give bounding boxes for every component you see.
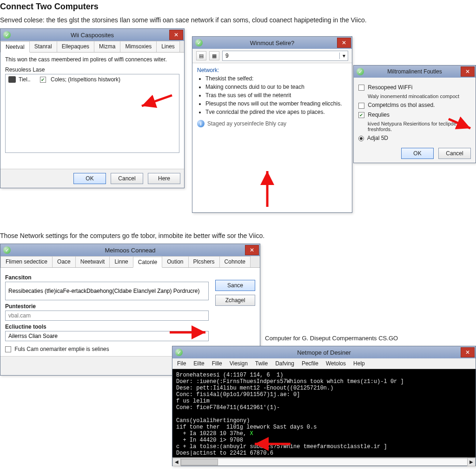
tab-linne[interactable]: Linne (109, 256, 133, 267)
menu-twile[interactable]: Twile (255, 360, 268, 367)
close-button[interactable]: ✕ (461, 347, 475, 357)
close-button[interactable]: ✕ (461, 66, 475, 77)
cancel-button[interactable]: Cancel (111, 173, 143, 184)
scroll-track[interactable] (181, 458, 467, 466)
cancel-button[interactable]: Cancel (438, 148, 471, 159)
col1: Tiel.. (19, 76, 37, 83)
window-wii-caspoosites: ✓ Wii Caspoosites ✕ Neetval Stanral Elle… (0, 28, 185, 188)
info-icon: i (197, 120, 205, 127)
sance-button[interactable]: Sance (215, 280, 255, 291)
window-console: ✓ Netmope of Desiner ✕ File Eilte Fille … (172, 346, 476, 466)
radio-adjal[interactable] (358, 136, 364, 141)
radio-adjal-label: Adjal 5D (367, 135, 388, 141)
h-scrollbar[interactable]: ◀ ▶ (172, 457, 476, 466)
app-icon: ✓ (357, 68, 364, 75)
menu-help[interactable]: Help (353, 360, 365, 367)
chk3-subtext: kived Netypura Resieritions for teclipde… (358, 121, 471, 132)
tab-lines[interactable]: Lines (156, 41, 180, 52)
window-title: Winmout Selire? (250, 40, 294, 46)
ok-button[interactable]: OK (73, 173, 106, 184)
titlebar-w5: ✓ Netmope of Desiner ✕ (172, 346, 476, 358)
url-input[interactable] (223, 51, 339, 60)
menu-dafving[interactable]: Dafving (275, 360, 294, 367)
scroll-left-icon[interactable]: ◀ (172, 458, 181, 466)
tab-ellepaques[interactable]: Ellepaques (57, 41, 94, 52)
window-title: Melmoos Connead (105, 247, 155, 254)
menu-file[interactable]: File (177, 360, 186, 367)
intro-text: Senved colese: the tles glst the storsin… (0, 14, 476, 28)
titlebar-w3: ✓ Miltromalinent Foutles ✕ (354, 66, 476, 78)
chk-resoopeed[interactable] (358, 85, 364, 91)
scroll-right-icon[interactable]: ▶ (467, 458, 476, 466)
list-item[interactable]: Tiel.. Coles; (Irispeltions histwork) (7, 75, 178, 84)
tab-mimsoxies[interactable]: Mimsoxies (120, 41, 157, 52)
tab-cohnote[interactable]: Cohnote (219, 256, 251, 267)
close-button[interactable]: ✕ (337, 38, 351, 48)
staged-text: Staged ay yorseinfecle Bhly cay (207, 120, 286, 127)
puntestorie-label: Puntestorie (5, 303, 209, 310)
doc-icon-button[interactable]: ▤ (196, 51, 206, 60)
bullet-2: Making connects duid to our to be teach (205, 84, 347, 90)
tab-stanral[interactable]: Stanral (29, 41, 57, 52)
page-title: Connect Two Computers (0, 0, 476, 14)
console-caption: Computer for G. Diseput Compermanents CS… (265, 335, 398, 342)
tab-neetval[interactable]: Neetval (0, 41, 30, 53)
menu-fille[interactable]: Fille (212, 360, 222, 367)
app-icon: ✓ (195, 39, 203, 46)
tab-neetwavit[interactable]: Neetwavit (75, 256, 110, 267)
app-icon: ✓ (3, 31, 11, 39)
tab-oution[interactable]: Oution (162, 256, 188, 267)
menu-wetolos[interactable]: Wetolos (326, 360, 346, 367)
menu-eilte[interactable]: Eilte (193, 360, 204, 367)
tab-plcshers[interactable]: Plcshers (188, 256, 220, 267)
url-dropdown[interactable]: ▾ (222, 51, 348, 61)
menu-pecfile[interactable]: Pecfile (302, 360, 318, 367)
tab-catonle[interactable]: Catonle (133, 257, 162, 268)
tab-flimen[interactable]: Flimen sedectice (0, 256, 53, 267)
tab-mizma[interactable]: Mizma (94, 41, 120, 52)
ok-button[interactable]: OK (401, 148, 434, 159)
scroll-thumb[interactable] (181, 459, 218, 465)
close-button[interactable]: ✕ (245, 245, 259, 255)
fancsiton-input[interactable] (5, 282, 209, 300)
checkbox-icon[interactable] (40, 77, 46, 83)
chk-competclms-label: Competclms os thol assed. (368, 102, 435, 108)
ecliuctine-label: Ecliuctine tools (5, 324, 209, 330)
titlebar-w1: ✓ Wii Caspoosites ✕ (0, 29, 184, 41)
save-icon-button[interactable]: ▦ (209, 51, 219, 60)
row-text: Coles; (Irispeltions histwork) (51, 76, 120, 83)
mid-text: Those Network settings for the computers… (0, 230, 465, 244)
toolbar: ▤ ▦ ▾ (192, 49, 352, 63)
console-menubar: File Eilte Fille Viesign Twile Dafving P… (172, 358, 476, 369)
bullet-1: Theskist the selfed: (205, 75, 347, 82)
tabs-w4: Flimen sedectice Oace Neetwavit Linne Ca… (0, 256, 260, 268)
here-button[interactable]: Here (148, 173, 180, 184)
titlebar-w2: ✓ Winmout Selire? ✕ (192, 37, 352, 49)
app-icon: ✓ (3, 246, 11, 254)
pane-desc: This won the cass meembered im polires o… (5, 56, 179, 63)
bullet-5: Tve conricdal the pdired the vice apes t… (205, 109, 347, 115)
chk-requlies-label: Requlies (368, 112, 390, 118)
window-title: Netmope of Desiner (297, 349, 351, 356)
staged-row: i Staged ay yorseinfecle Bhly cay (197, 120, 347, 127)
button-row: OK Cancel Here (0, 169, 184, 188)
app-icon: ✓ (175, 349, 183, 356)
tabs-w1: Neetval Stanral Ellepaques Mizma Mimsoxi… (0, 41, 184, 53)
chevron-down-icon[interactable]: ▾ (339, 53, 348, 59)
close-button[interactable]: ✕ (169, 30, 183, 40)
chk-resoopeed-label: Resoopeed WiFFi (368, 84, 412, 91)
bullet-list: Theskist the selfed: Making connects dui… (205, 75, 347, 115)
chk-fuls-cam[interactable] (5, 346, 11, 352)
menu-viesign[interactable]: Viesign (230, 360, 248, 367)
puntestorie-input[interactable] (5, 311, 209, 321)
drive-icon (8, 76, 16, 83)
zchagel-button[interactable]: Zchagel (215, 295, 255, 306)
chk-requlies[interactable] (358, 112, 364, 118)
bullet-3: Tras the sus ses of will the netenrit (205, 92, 347, 99)
network-listbox[interactable]: Tiel.. Coles; (Irispeltions histwork) (5, 74, 179, 153)
tab-oace[interactable]: Oace (52, 256, 76, 267)
console-output[interactable]: Bronehatesesi (4:1107 114, 6 1) Doer: :i… (172, 369, 476, 457)
ecliuctine-input[interactable] (5, 331, 209, 341)
chk-competclms[interactable] (358, 103, 364, 109)
fancsiton-label: Fancsiton (5, 274, 209, 281)
